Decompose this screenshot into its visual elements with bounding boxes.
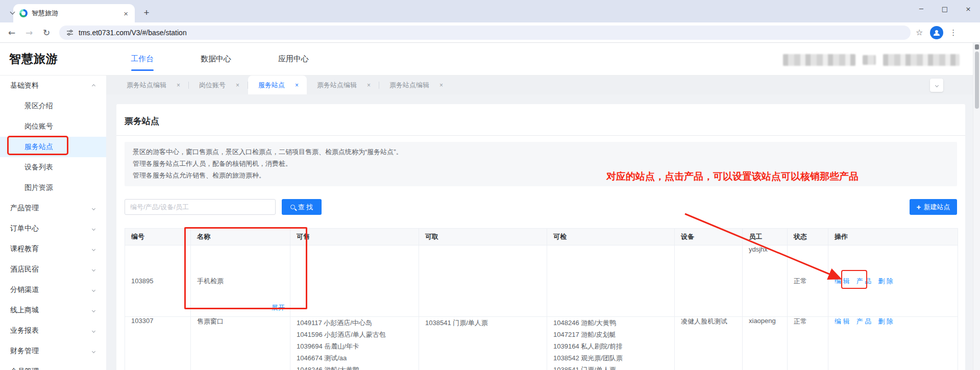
cell-code: 103307 (125, 317, 191, 370)
workspace-tabbar: 票务站点编辑× 岗位账号× 服务站点× 票务站点编辑× 票务站点编辑× (106, 76, 980, 94)
chevron-down-icon (92, 247, 95, 251)
cell-checkable (547, 245, 675, 317)
browser-menu-icon[interactable]: ⋮ (949, 28, 957, 37)
back-icon[interactable]: ← (3, 28, 20, 38)
sidebar-group-course[interactable]: 课程教育 (0, 239, 106, 259)
info-line: 管理各服务站点工作人员，配备的核销闸机，消费桩。 (133, 158, 949, 169)
status-badge: 正常 (788, 317, 828, 370)
tab-service-station[interactable]: 服务站点× (248, 76, 307, 94)
sidebar-group-member[interactable]: 会员管理 (0, 361, 106, 370)
table-row: 103307 售票窗口 1049117 小彭酒店/中心岛 1041596 小彭酒… (125, 317, 958, 370)
new-tab-button[interactable]: + (140, 7, 153, 18)
product-link[interactable]: 产 品 (856, 317, 872, 325)
create-station-button[interactable]: +新建站点 (910, 199, 957, 215)
edit-link[interactable]: 编 辑 (835, 277, 850, 285)
tab-station-edit-1[interactable]: 票务站点编辑× (116, 76, 188, 94)
chevron-down-icon (92, 267, 95, 271)
tab-close-icon[interactable]: × (236, 82, 239, 89)
sidebar-item-service-station[interactable]: 服务站点 (0, 137, 106, 157)
delete-link[interactable]: 删 除 (878, 317, 893, 325)
profile-avatar[interactable] (930, 26, 943, 39)
tab-close-icon[interactable]: × (295, 82, 299, 89)
cell-code: 103895 (125, 245, 191, 317)
search-input[interactable] (125, 199, 276, 215)
expand-link[interactable]: 展开 (272, 303, 285, 312)
sidebar-item-scenic-intro[interactable]: 景区介绍 (0, 96, 106, 116)
url-text: tms.et0731.com/V3/#/base/station (79, 29, 187, 37)
table-header-row: 编号 名称 可售 可取 可检 设备 员工 状态 操作 (125, 229, 958, 245)
sidebar-group-finance[interactable]: 财务管理 (0, 341, 106, 361)
cell-collectable: 1038541 门票/单人票 (419, 317, 547, 370)
close-button[interactable]: × (957, 0, 980, 17)
col-checkable: 可检 (547, 229, 675, 245)
sidebar-group-order[interactable]: 订单中心 (0, 218, 106, 239)
cell-collectable (419, 245, 547, 317)
chevron-down-icon (92, 206, 95, 210)
col-staff: 员工 (743, 229, 788, 245)
station-table: 编号 名称 可售 可取 可检 设备 员工 状态 操作 (125, 228, 958, 370)
browser-tabstrip: 智慧旅游 × + ─ □ × (0, 0, 980, 22)
col-device: 设备 (675, 229, 743, 245)
cell-staff: ydsjhx (743, 245, 788, 317)
col-sellable: 可售 (290, 229, 419, 245)
tab-close-icon[interactable]: × (367, 82, 371, 89)
tab-post-account[interactable]: 岗位账号× (189, 76, 248, 94)
screen: 智慧旅游 × + ─ □ × ← → ↻ tms.et0731.com/V3/#… (0, 0, 980, 370)
address-bar[interactable]: tms.et0731.com/V3/#/base/station (59, 26, 911, 40)
sidebar-group-business-report[interactable]: 业务报表 (0, 320, 106, 341)
sidebar-group-distribution[interactable]: 分销渠道 (0, 280, 106, 300)
nav-app-center[interactable]: 应用中心 (277, 44, 310, 74)
tab-search-button[interactable] (5, 5, 19, 19)
delete-link[interactable]: 删 除 (878, 277, 893, 285)
plus-icon: + (917, 203, 921, 211)
edit-link[interactable]: 编 辑 (835, 317, 850, 325)
redacted-block (883, 54, 960, 66)
nav-data-center[interactable]: 数据中心 (200, 44, 232, 74)
sidebar-group-base-data[interactable]: 基础资料 (0, 76, 106, 96)
tab-list-dropdown-button[interactable] (930, 79, 943, 92)
tab-close-icon[interactable]: × (122, 9, 130, 18)
chevron-up-icon (92, 84, 95, 87)
forward-icon[interactable]: → (20, 28, 38, 38)
sidebar-group-hotel[interactable]: 酒店民宿 (0, 259, 106, 280)
chevron-down-icon (935, 83, 938, 87)
sidebar-item-device-list[interactable]: 设备列表 (0, 157, 106, 178)
content-area: 票务站点 景区的游客中心，窗口售票点，景区入口检票点，二销项目售票、检票点统称为… (106, 94, 980, 370)
sidebar-item-image-resource[interactable]: 图片资源 (0, 178, 106, 198)
cell-actions: 编 辑产 品删 除 (828, 245, 958, 317)
maximize-button[interactable]: □ (933, 0, 957, 17)
browser-tab-title: 智慧旅游 (32, 9, 122, 18)
minimize-button[interactable]: ─ (910, 0, 933, 17)
info-line: 景区的游客中心，窗口售票点，景区入口检票点，二销项目售票、检票点统称为“服务站点… (133, 146, 949, 158)
sidebar-group-product[interactable]: 产品管理 (0, 198, 106, 218)
cell-actions: 编 辑产 品删 除 (828, 317, 958, 370)
cell-checkable: 1048246 游船/大黄鸭 1047217 游船/皮划艇 1039164 私人… (547, 317, 675, 370)
app-header: 智慧旅游 工作台 数据中心 应用中心 (0, 43, 980, 76)
browser-tab[interactable]: 智慧旅游 × (13, 4, 135, 22)
cell-device: 凌健人脸机测试 (675, 317, 743, 370)
table-row: 103895 手机检票展开 ydsjhx 正常 编 辑产 品删 除 (125, 245, 958, 317)
nav-workbench[interactable]: 工作台 (130, 44, 155, 74)
tab-station-edit-2[interactable]: 票务站点编辑× (307, 76, 379, 94)
app-logo: 智慧旅游 (9, 51, 58, 67)
refresh-icon[interactable]: ↻ (38, 28, 55, 38)
info-box: 景区的游客中心，窗口售票点，景区入口检票点，二销项目售票、检票点统称为“服务站点… (125, 142, 957, 186)
browser-toolbar: ← → ↻ tms.et0731.com/V3/#/base/station ☆… (0, 22, 980, 43)
page-scrollbar[interactable] (973, 43, 980, 370)
col-code: 编号 (125, 229, 191, 245)
tab-station-edit-3[interactable]: 票务站点编辑× (379, 76, 451, 94)
sidebar-item-post-account[interactable]: 岗位账号 (0, 116, 106, 137)
site-favicon-icon (19, 9, 28, 17)
sidebar-group-online-mall[interactable]: 线上商城 (0, 300, 106, 320)
search-button[interactable]: 查 找 (282, 199, 322, 215)
scrollbar-thumb[interactable] (975, 52, 979, 109)
top-nav: 工作台 数据中心 应用中心 (130, 44, 310, 74)
product-link[interactable]: 产 品 (856, 277, 872, 285)
station-card: 票务站点 景区的游客中心，窗口售票点，景区入口检票点，二销项目售票、检票点统称为… (116, 104, 965, 370)
bookmark-star-icon[interactable]: ☆ (916, 28, 923, 37)
col-status: 状态 (788, 229, 828, 245)
redacted-block (863, 55, 876, 65)
tab-close-icon[interactable]: × (177, 82, 180, 89)
chevron-down-icon (92, 288, 95, 291)
tab-close-icon[interactable]: × (439, 82, 443, 89)
